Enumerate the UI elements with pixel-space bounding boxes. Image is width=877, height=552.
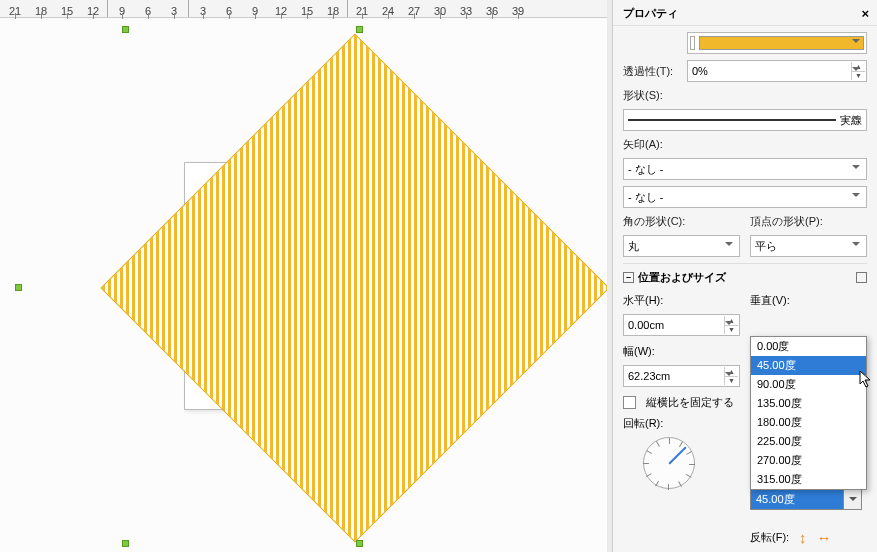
selection-handle[interactable] — [122, 26, 129, 33]
close-icon[interactable]: × — [861, 6, 869, 21]
rotation-dial[interactable] — [643, 437, 695, 489]
arrow-end-select[interactable]: - なし - — [623, 186, 867, 208]
rotation-option[interactable]: 90.00度 — [751, 375, 866, 394]
canvas-area[interactable]: 21181512 963 369121518 21242730333639 — [0, 0, 612, 552]
rotation-option[interactable]: 270.00度 — [751, 451, 866, 470]
vertex-label: 頂点の形状(P): — [750, 214, 850, 229]
rotation-option[interactable]: 180.00度 — [751, 413, 866, 432]
flip-label: 反転(F): — [750, 530, 789, 545]
rotation-combo[interactable]: 45.00度 — [750, 488, 844, 510]
flip-vertical-icon[interactable]: ↕ — [799, 529, 807, 546]
spin-up-icon[interactable]: ▲ — [851, 62, 865, 72]
rotation-label: 回転(R): — [623, 416, 663, 431]
flip-horizontal-icon[interactable]: ↔ — [817, 529, 832, 546]
vertex-select[interactable]: 平ら — [750, 235, 867, 257]
corner-select[interactable]: 丸 — [623, 235, 740, 257]
section-more-icon[interactable] — [856, 272, 867, 283]
vertical-label: 垂直(V): — [750, 293, 790, 308]
rotated-square-shape[interactable] — [100, 33, 609, 542]
arrow-start-select[interactable]: - なし - — [623, 158, 867, 180]
horizontal-label: 水平(H): — [623, 293, 663, 308]
color-select[interactable] — [687, 32, 867, 54]
rotation-option[interactable]: 315.00度 — [751, 470, 866, 489]
corner-label: 角の形状(C): — [623, 214, 723, 229]
cursor-icon — [859, 370, 873, 391]
selection-handle[interactable] — [15, 284, 22, 291]
selection-handle[interactable] — [356, 26, 363, 33]
horizontal-ruler: 21181512 963 369121518 21242730333639 — [0, 0, 612, 18]
rotation-option[interactable]: 225.00度 — [751, 432, 866, 451]
spin-down-icon[interactable]: ▼ — [724, 326, 738, 335]
shape-label: 形状(S): — [623, 88, 681, 103]
rotation-dropdown-popup[interactable]: 0.00度45.00度90.00度135.00度180.00度225.00度27… — [750, 336, 867, 490]
horizontal-input[interactable]: 0.00cm ▲▼ — [623, 314, 740, 336]
selection-handle[interactable] — [122, 540, 129, 547]
rotation-option[interactable]: 45.00度 — [751, 356, 866, 375]
width-label: 幅(W): — [623, 344, 655, 359]
line-preview — [628, 119, 836, 121]
spin-down-icon[interactable]: ▼ — [851, 72, 865, 81]
transparency-input[interactable]: 0% ▲▼ — [687, 60, 867, 82]
scroll-gutter[interactable] — [607, 0, 613, 552]
transparency-label: 透過性(T): — [623, 64, 681, 79]
section-collapse-icon[interactable]: – — [623, 272, 634, 283]
keep-ratio-checkbox[interactable] — [623, 396, 636, 409]
rotation-combo-button[interactable] — [844, 488, 862, 510]
panel-title: プロパティ — [623, 6, 678, 21]
selection-handle[interactable] — [356, 540, 363, 547]
spin-up-icon[interactable]: ▲ — [724, 316, 738, 326]
color-swatch — [699, 36, 864, 50]
width-input[interactable]: 62.23cm ▲▼ — [623, 365, 740, 387]
line-style-select[interactable]: 実線 — [623, 109, 867, 131]
spin-down-icon[interactable]: ▼ — [724, 377, 738, 386]
spin-up-icon[interactable]: ▲ — [724, 367, 738, 377]
section-title: 位置およびサイズ — [638, 270, 726, 285]
keep-ratio-label: 縦横比を固定する — [646, 395, 734, 410]
arrows-label: 矢印(A): — [623, 137, 681, 152]
rotation-option[interactable]: 0.00度 — [751, 337, 866, 356]
rotation-option[interactable]: 135.00度 — [751, 394, 866, 413]
